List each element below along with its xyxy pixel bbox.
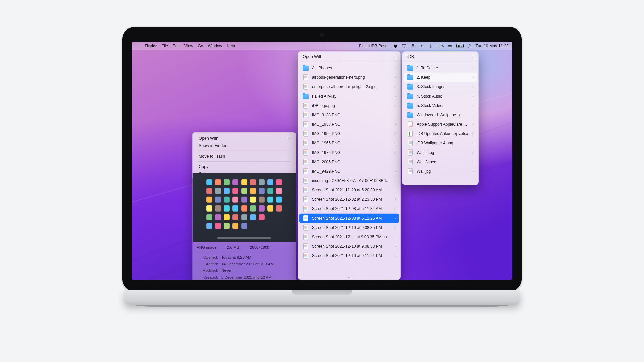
preview-summary: PNG image— 2.6 MB— 2880×1800: [193, 242, 296, 252]
file-row[interactable]: 1. To Delete›: [404, 63, 477, 73]
column-header[interactable]: Open With ›: [298, 52, 400, 62]
ctx-open-with[interactable]: Open With ›: [195, 135, 294, 142]
column-header[interactable]: iDB ›: [402, 52, 478, 62]
chevron-right-icon: ›: [394, 103, 396, 108]
file-row[interactable]: IMG_1952.PNG›: [299, 129, 399, 138]
file-label: 3. Stock Images: [417, 84, 445, 89]
menubar-right: Finish iDB Posts! 80% Tue 10 May 11:23: [359, 43, 509, 49]
control-center-icon[interactable]: [456, 44, 464, 48]
ctx-copy[interactable]: Copy: [195, 163, 294, 170]
file-row[interactable]: 5. Stock Videos›: [404, 101, 477, 110]
app-icon: [215, 223, 221, 229]
app-icon: [241, 205, 247, 212]
app-icon: [224, 188, 230, 194]
file-row[interactable]: Wall 3.jpeg›: [404, 157, 477, 167]
display: Finder File Edit View Go Window Help Fin…: [132, 42, 512, 280]
chevron-right-icon: ›: [394, 225, 396, 230]
file-row[interactable]: IMG_1938.PNG›: [299, 120, 399, 129]
menu-edit[interactable]: Edit: [173, 44, 180, 48]
bluetooth-icon[interactable]: [428, 43, 433, 49]
file-row[interactable]: incoming-2C39AE58-07…A7-06F1998B670F.PNG…: [299, 176, 399, 185]
menubar-clock[interactable]: Tue 10 May 11:23: [476, 44, 509, 48]
file-row[interactable]: 3. Stock Images›: [404, 82, 477, 92]
heart-icon[interactable]: [393, 43, 398, 49]
file-row[interactable]: IMG_9429.PNG›: [299, 167, 399, 176]
scroll-indicator-down-icon[interactable]: ⌄: [298, 273, 400, 280]
file-label: Windows 11 Wallpapers: [417, 113, 460, 117]
chevron-right-icon: ›: [394, 160, 396, 164]
user-icon[interactable]: [467, 43, 472, 49]
macbook-hinge-notch: [292, 290, 352, 295]
display-icon[interactable]: [401, 43, 407, 49]
file-size: 2.6 MB: [227, 245, 239, 249]
ctx-show-in-finder[interactable]: Show in Finder: [195, 142, 294, 149]
file-row[interactable]: Screen Shot 2021-12-… at 9.08.35 PM copy…: [299, 232, 399, 242]
file-icon: [303, 187, 309, 193]
file-icon: [303, 149, 309, 156]
file-row[interactable]: IMG_0138.PNG›: [299, 110, 399, 120]
app-icon: [259, 188, 265, 194]
file-row[interactable]: airpods-generations-hero.png›: [299, 73, 399, 82]
menu-help[interactable]: Help: [227, 44, 235, 48]
file-row[interactable]: Screen Shot 2021-12-02 at 2.23.50 PM›: [299, 195, 399, 204]
file-row[interactable]: IMG_1966.PNG›: [299, 138, 399, 148]
app-icon: [259, 214, 265, 220]
file-row[interactable]: IMG_1976.PNG›: [299, 148, 399, 157]
file-row[interactable]: Screen Shot 2021-12-10 at 9.08.38 PM›: [299, 242, 399, 251]
menu-file[interactable]: File: [162, 44, 168, 48]
wifi-icon[interactable]: [419, 43, 424, 49]
file-label: All iPhones: [312, 66, 332, 70]
file-row[interactable]: Wall.jpg›: [404, 167, 477, 176]
file-row[interactable]: Apple Support AppleCare chat.pdf›: [404, 120, 477, 129]
svg-rect-1: [413, 44, 414, 47]
chevron-right-icon: ›: [472, 113, 474, 117]
svg-point-2: [422, 47, 422, 47]
file-label: Wall 3.jpeg: [417, 160, 436, 164]
menu-window[interactable]: Window: [208, 44, 222, 48]
file-row[interactable]: 2. Keep›: [404, 73, 477, 82]
file-row[interactable]: Wall 2.jpg›: [404, 148, 477, 157]
k-modified: Modified:: [197, 267, 218, 274]
file-row[interactable]: Screen Shot 2021-12-08 at 5.11.34 AM›: [299, 204, 399, 214]
mic-icon[interactable]: [410, 43, 416, 49]
file-icon: [303, 168, 309, 174]
file-row[interactable]: Screen Shot 2021-12-08 at 5.12.26 AM›: [299, 214, 399, 223]
menubar-app-name[interactable]: Finder: [145, 44, 157, 48]
menu-go[interactable]: Go: [198, 44, 203, 48]
chevron-right-icon: ›: [394, 75, 396, 80]
menu-view[interactable]: View: [184, 44, 193, 48]
ctx-move-to-trash[interactable]: Move to Trash: [195, 153, 294, 160]
k-opened: Opened:: [197, 254, 218, 261]
file-row[interactable]: All iPhones›: [299, 63, 399, 73]
battery-icon[interactable]: [447, 43, 453, 49]
app-icon: [250, 179, 256, 185]
file-icon: [303, 74, 309, 80]
folder-icon: [407, 74, 413, 80]
file-kind: PNG image: [197, 245, 216, 249]
file-row[interactable]: IMG_2005.PNG›: [299, 157, 399, 167]
file-label: enterprise-all-hero-large-light_2x.jpg: [312, 84, 377, 89]
file-row[interactable]: iDB logo.png›: [299, 101, 399, 110]
chevron-right-icon: ›: [394, 244, 396, 249]
folder-icon: [407, 93, 413, 99]
file-icon: [407, 121, 413, 127]
app-icon: [250, 214, 256, 220]
file-label: iDB logo.png: [312, 103, 335, 108]
chevron-right-icon: ›: [472, 94, 474, 99]
app-icon: [241, 188, 247, 194]
app-icon: [241, 214, 247, 220]
file-row[interactable]: Screen Shot 2021-12-10 at 9.11.21 PM›: [299, 251, 399, 260]
file-row[interactable]: iDB Wallpaper 4.png›: [404, 138, 477, 148]
file-row[interactable]: iDB Updates Ankur copy.xlsx›: [404, 129, 477, 138]
file-row[interactable]: Screen Shot 2021-11-29 at 5.20.30 AM›: [299, 185, 399, 195]
chevron-right-icon: ›: [472, 54, 474, 59]
file-row[interactable]: Failed AirPlay›: [299, 92, 399, 101]
menubar-notice[interactable]: Finish iDB Posts!: [359, 44, 389, 48]
file-label: 2. Keep: [417, 75, 430, 80]
file-row[interactable]: 4. Stock Audio›: [404, 92, 477, 101]
app-icon: [224, 223, 230, 229]
file-row[interactable]: Windows 11 Wallpapers›: [404, 110, 477, 120]
file-row[interactable]: enterprise-all-hero-large-light_2x.jpg›: [299, 82, 399, 92]
file-label: 5. Stock Videos: [417, 103, 444, 108]
file-row[interactable]: Screen Shot 2021-12-10 at 9.08.35 PM›: [299, 223, 399, 232]
